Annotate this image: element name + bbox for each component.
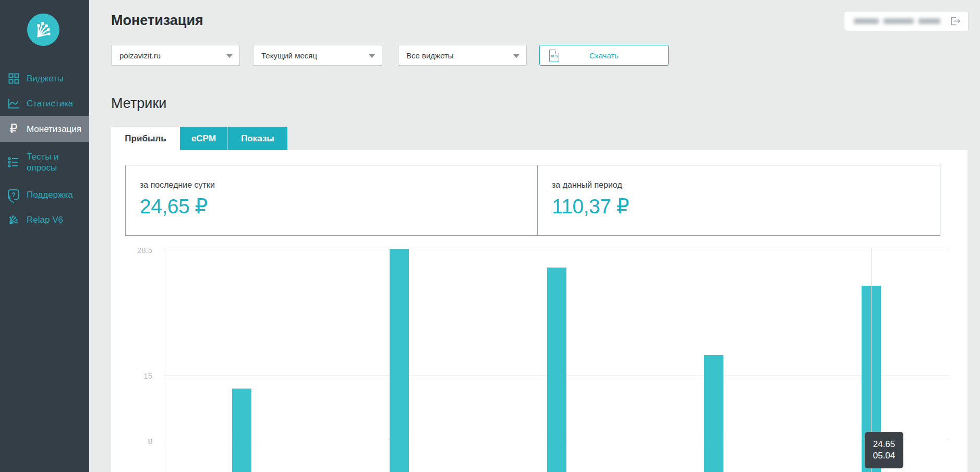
- period-select[interactable]: Текущий месяц: [253, 45, 382, 66]
- site-select[interactable]: polzavizit.ru: [111, 45, 240, 66]
- bar-04.04[interactable]: [704, 355, 723, 472]
- bar-03.04[interactable]: [547, 268, 566, 472]
- card-value: 110,37 ₽: [552, 195, 950, 218]
- bar-01.04[interactable]: [232, 389, 251, 472]
- sidebar-item-monetization[interactable]: ₽ Монетизация: [0, 116, 89, 142]
- logout-icon[interactable]: [950, 16, 961, 27]
- relap-fan-icon: [33, 19, 54, 40]
- user-account-box[interactable]: [844, 11, 969, 31]
- sidebar-item-support[interactable]: ? Поддержка: [0, 187, 89, 202]
- page-title: Монетизация: [111, 13, 203, 29]
- chevron-down-icon: [513, 54, 519, 58]
- tab-profit[interactable]: Прибыль: [111, 127, 180, 150]
- summary-cards: за последние сутки 24,65 ₽ за данный пер…: [125, 165, 940, 236]
- sidebar-item-widgets[interactable]: Виджеты: [0, 71, 89, 86]
- tooltip-date: 05.04: [873, 451, 896, 461]
- sidebar-item-label: Монетизация: [27, 124, 81, 135]
- y-axis-tick-label: 8: [148, 437, 152, 445]
- sidebar-item-label: Поддержка: [27, 189, 73, 200]
- download-xls-button[interactable]: XLS Скачать: [539, 45, 669, 66]
- profit-bar-chart[interactable]: [163, 248, 949, 472]
- y-axis-tick-label: 28.5: [137, 246, 152, 255]
- card-last-day: за последние сутки 24,65 ₽: [126, 165, 538, 235]
- chart-tooltip: 24.65 05.04: [865, 432, 903, 468]
- y-axis-tick-label: 15: [143, 371, 152, 380]
- ruble-icon: ₽: [7, 123, 20, 135]
- period-select-value: Текущий месяц: [261, 51, 317, 60]
- statistics-chart-icon: [7, 97, 20, 110]
- widgets-select-value: Все виджеты: [406, 51, 454, 60]
- xls-file-icon: XLS: [549, 50, 559, 62]
- relap-mini-logo-icon: [7, 213, 20, 226]
- chart-y-axis: 28.5158: [125, 248, 158, 472]
- support-bubble-icon: ?: [7, 188, 20, 201]
- chart-gridline: [163, 250, 949, 250]
- user-account-masked: [854, 18, 950, 24]
- tab-ecpm[interactable]: eCPM: [180, 127, 227, 150]
- card-period: за данный период 110,37 ₽: [538, 165, 950, 235]
- card-label: за данный период: [552, 180, 950, 190]
- tooltip-value: 24.65: [873, 439, 896, 450]
- card-label: за последние сутки: [140, 180, 537, 190]
- sidebar-item-statistics[interactable]: Статистика: [0, 96, 89, 111]
- sidebar-item-label: Relap V6: [27, 214, 63, 225]
- widgets-grid-icon: [7, 72, 20, 84]
- sidebar-item-label: Статистика: [27, 98, 73, 109]
- sidebar-item-label: Виджеты: [27, 73, 64, 84]
- bar-02.04[interactable]: [390, 249, 409, 472]
- card-value: 24,65 ₽: [140, 195, 537, 218]
- download-button-label: Скачать: [589, 51, 619, 60]
- chevron-down-icon: [226, 54, 233, 58]
- metrics-tabs: Прибыль eCPM Показы: [111, 127, 287, 150]
- site-select-value: polzavizit.ru: [119, 51, 161, 60]
- chevron-down-icon: [369, 54, 375, 58]
- metrics-section-title: Метрики: [111, 95, 166, 112]
- widgets-select[interactable]: Все виджеты: [398, 45, 527, 66]
- relap-logo[interactable]: [27, 14, 59, 46]
- tests-list-icon: [7, 156, 20, 168]
- sidebar: Виджеты Статистика ₽ Монетизация: [0, 0, 89, 472]
- sidebar-item-tests[interactable]: Тесты и опросы: [0, 151, 89, 173]
- sidebar-item-label: Тесты и опросы: [27, 151, 67, 173]
- tab-shows[interactable]: Показы: [227, 127, 287, 150]
- sidebar-item-relap-v6[interactable]: Relap V6: [0, 212, 89, 227]
